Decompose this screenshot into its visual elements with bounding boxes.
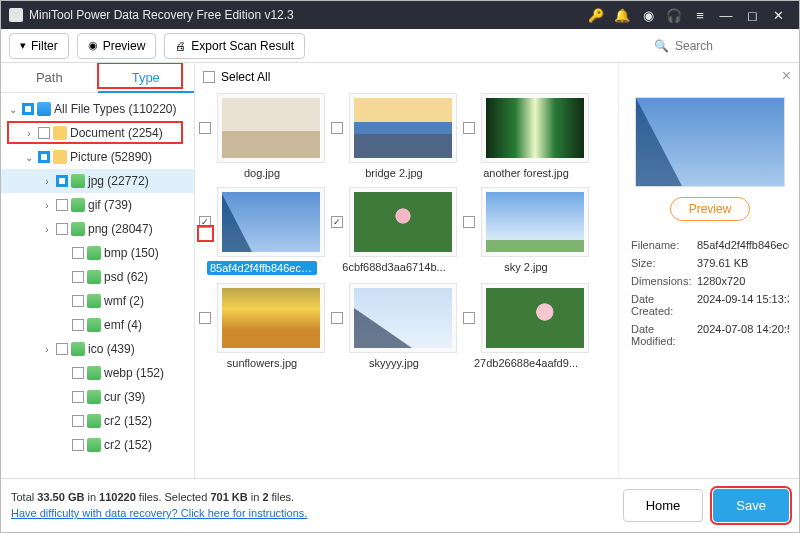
chevron-icon[interactable]: › — [41, 344, 53, 355]
tree-node[interactable]: cur (39) — [1, 385, 194, 409]
checkbox[interactable] — [72, 415, 84, 427]
tree-node[interactable]: ⌄Picture (52890) — [1, 145, 194, 169]
tree-node[interactable]: bmp (150) — [1, 241, 194, 265]
thumb-checkbox[interactable] — [331, 312, 343, 324]
home-button[interactable]: Home — [623, 489, 704, 522]
chevron-icon[interactable]: › — [41, 200, 53, 211]
tree-node[interactable]: cr2 (152) — [1, 433, 194, 457]
filter-button[interactable]: ▾Filter — [9, 33, 69, 59]
thumb-filename: skyyyy.jpg — [369, 357, 419, 369]
checkbox[interactable] — [72, 247, 84, 259]
chevron-down-icon[interactable]: ⌄ — [7, 104, 19, 115]
preview-panel: × Preview Filename:85af4d2f4ffb846ecea S… — [618, 63, 799, 478]
thumb-checkbox[interactable] — [199, 122, 211, 134]
tree-node[interactable]: ›ico (439) — [1, 337, 194, 361]
thumbnail[interactable]: bridge 2.jpg — [331, 93, 457, 179]
bell-icon[interactable]: 🔔 — [613, 6, 631, 24]
tree-label: wmf (2) — [104, 294, 144, 308]
tree-root[interactable]: ⌄All File Types (110220) — [1, 97, 194, 121]
thumbnail[interactable]: sunflowers.jpg — [199, 283, 325, 369]
thumb-image[interactable] — [481, 93, 589, 163]
tree-node[interactable]: psd (62) — [1, 265, 194, 289]
tab-type[interactable]: Type — [98, 63, 195, 93]
file-type-tree[interactable]: ⌄All File Types (110220)›Document (2254)… — [1, 93, 194, 478]
preview-open-button[interactable]: Preview — [670, 197, 751, 221]
checkbox[interactable] — [72, 391, 84, 403]
preview-image — [635, 97, 785, 187]
thumbnail[interactable]: dog.jpg — [199, 93, 325, 179]
thumb-image[interactable] — [349, 93, 457, 163]
thumb-checkbox[interactable] — [331, 216, 343, 228]
thumb-checkbox[interactable] — [199, 216, 211, 228]
chevron-icon[interactable]: › — [23, 128, 35, 139]
tab-path[interactable]: Path — [1, 63, 98, 93]
thumb-filename: sunflowers.jpg — [227, 357, 297, 369]
cur-icon — [87, 390, 101, 404]
close-icon[interactable]: × — [782, 67, 791, 85]
thumb-filename: 6cbf688d3aa6714b... — [342, 261, 445, 273]
thumbnail[interactable]: 27db26688e4aafd9... — [463, 283, 589, 369]
headphones-icon[interactable]: 🎧 — [665, 6, 683, 24]
thumb-image[interactable] — [217, 93, 325, 163]
tree-node[interactable]: emf (4) — [1, 313, 194, 337]
thumbnail[interactable]: another forest.jpg — [463, 93, 589, 179]
select-all-checkbox[interactable] — [203, 71, 215, 83]
tree-label: png (28047) — [88, 222, 153, 236]
tree-node[interactable]: cr2 (152) — [1, 409, 194, 433]
thumb-image[interactable] — [481, 187, 589, 257]
tree-node[interactable]: ›gif (739) — [1, 193, 194, 217]
thumbnail[interactable]: 85af4d2f4ffb846ece... — [199, 187, 325, 275]
tree-label: ico (439) — [88, 342, 135, 356]
checkbox[interactable] — [72, 271, 84, 283]
checkbox[interactable] — [56, 199, 68, 211]
checkbox[interactable] — [56, 223, 68, 235]
tree-label: Picture (52890) — [70, 150, 152, 164]
tree-node[interactable]: ›png (28047) — [1, 217, 194, 241]
key-icon[interactable]: 🔑 — [587, 6, 605, 24]
checkbox[interactable] — [56, 175, 68, 187]
help-link[interactable]: Have difficulty with data recovery? Clic… — [11, 507, 307, 519]
thumb-checkbox[interactable] — [463, 216, 475, 228]
checkbox[interactable] — [72, 319, 84, 331]
checkbox[interactable] — [22, 103, 34, 115]
tree-node[interactable]: webp (152) — [1, 361, 194, 385]
save-button[interactable]: Save — [713, 489, 789, 522]
checkbox[interactable] — [38, 151, 50, 163]
thumb-checkbox[interactable] — [463, 122, 475, 134]
disc-icon[interactable]: ◉ — [639, 6, 657, 24]
monitor-icon — [37, 102, 51, 116]
checkbox[interactable] — [72, 295, 84, 307]
search-box[interactable]: 🔍 — [648, 33, 791, 59]
minimize-icon[interactable]: — — [717, 6, 735, 24]
app-title: MiniTool Power Data Recovery Free Editio… — [29, 8, 583, 22]
thumbnail-grid[interactable]: dog.jpg bridge 2.jpg another forest.jpg … — [195, 91, 618, 478]
search-input[interactable] — [675, 39, 785, 53]
tree-node[interactable]: ›jpg (22772) — [1, 169, 194, 193]
thumb-checkbox[interactable] — [463, 312, 475, 324]
export-scan-button[interactable]: 🖨Export Scan Result — [164, 33, 305, 59]
chevron-icon[interactable]: › — [41, 176, 53, 187]
chevron-icon[interactable]: ⌄ — [23, 152, 35, 163]
thumbnail[interactable]: sky 2.jpg — [463, 187, 589, 275]
thumb-checkbox[interactable] — [331, 122, 343, 134]
status-bar: Total 33.50 GB in 110220 files. Selected… — [1, 478, 799, 532]
thumb-image[interactable] — [349, 187, 457, 257]
maximize-icon[interactable]: ◻ — [743, 6, 761, 24]
thumb-checkbox[interactable] — [199, 312, 211, 324]
chevron-icon[interactable]: › — [41, 224, 53, 235]
thumb-image[interactable] — [349, 283, 457, 353]
thumbnail[interactable]: 6cbf688d3aa6714b... — [331, 187, 457, 275]
checkbox[interactable] — [72, 439, 84, 451]
thumb-image[interactable] — [481, 283, 589, 353]
thumbnail[interactable]: skyyyy.jpg — [331, 283, 457, 369]
tree-node[interactable]: ›Document (2254) — [1, 121, 194, 145]
checkbox[interactable] — [72, 367, 84, 379]
checkbox[interactable] — [56, 343, 68, 355]
close-window-icon[interactable]: ✕ — [769, 6, 787, 24]
checkbox[interactable] — [38, 127, 50, 139]
preview-button[interactable]: ◉Preview — [77, 33, 157, 59]
thumb-image[interactable] — [217, 187, 325, 257]
thumb-image[interactable] — [217, 283, 325, 353]
hamburger-menu-icon[interactable]: ≡ — [691, 6, 709, 24]
tree-node[interactable]: wmf (2) — [1, 289, 194, 313]
